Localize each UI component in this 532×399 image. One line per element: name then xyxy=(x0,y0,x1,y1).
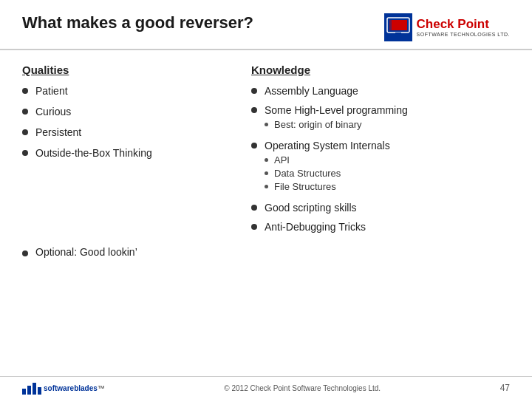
bullet-icon xyxy=(251,88,257,94)
footer-logo-light: blades xyxy=(74,384,98,392)
page-title: What makes a good reverser? xyxy=(22,13,253,33)
list-item: Curious xyxy=(22,106,236,117)
list-item: Operating System Internals API Data Stru… xyxy=(251,140,510,194)
logo-brand-name: Check Point xyxy=(417,18,510,32)
list-item: Assembly Language xyxy=(251,85,510,97)
list-item: Good scripting skills xyxy=(251,202,510,214)
knowledge-label: Some High-Level programming xyxy=(265,104,408,116)
list-item: Patient xyxy=(22,85,236,97)
quality-label: Outside-the-Box Thinking xyxy=(35,147,152,159)
list-item: API xyxy=(265,154,390,166)
qualities-column: Qualities Patient Curious Persistent Out… xyxy=(22,64,251,240)
sub-list: Best: origin of binary xyxy=(265,119,408,130)
bullet-icon xyxy=(22,109,28,115)
list-item: Data Structures xyxy=(265,168,390,179)
qualities-list: Patient Curious Persistent Outside-the-B… xyxy=(22,85,236,159)
svg-rect-1 xyxy=(389,20,407,30)
logo-icon xyxy=(384,13,412,41)
list-item: Persistent xyxy=(22,126,236,138)
knowledge-item-block: Operating System Internals API Data Stru… xyxy=(265,140,390,194)
logo-text-block: Check Point SOFTWARE TECHNOLOGIES LTD. xyxy=(417,18,510,37)
sub-bullet-icon xyxy=(265,185,268,188)
list-item: File Structures xyxy=(265,181,390,192)
sub-label: File Structures xyxy=(274,181,336,192)
list-item: Best: origin of binary xyxy=(265,119,408,130)
svg-rect-2 xyxy=(389,20,392,30)
page-footer: softwareblades™ © 2012 Check Point Softw… xyxy=(0,376,532,399)
knowledge-list: Assembly Language Some High-Level progra… xyxy=(251,85,510,233)
svg-rect-4 xyxy=(392,35,404,36)
quality-label: Patient xyxy=(35,85,68,97)
brand-logo: Check Point SOFTWARE TECHNOLOGIES LTD. xyxy=(384,13,510,41)
sub-list: API Data Structures File Structures xyxy=(265,154,390,192)
footer-page-number: 47 xyxy=(500,383,510,393)
quality-label: Curious xyxy=(35,106,71,117)
page-header: What makes a good reverser? Check Point … xyxy=(0,0,532,50)
sub-bullet-icon xyxy=(265,123,268,126)
list-item: Anti-Debugging Tricks xyxy=(251,221,510,233)
bar-1 xyxy=(22,389,26,395)
sub-label: Best: origin of binary xyxy=(274,119,362,130)
footer-copyright: © 2012 Check Point Software Technologies… xyxy=(224,384,381,392)
knowledge-column: Knowledge Assembly Language Some High-Le… xyxy=(251,64,510,240)
bullet-icon xyxy=(22,88,28,94)
main-content: Qualities Patient Curious Persistent Out… xyxy=(0,56,532,240)
optional-row: Optional: Good lookin’ xyxy=(0,240,532,258)
bullet-icon xyxy=(251,205,257,211)
qualities-title: Qualities xyxy=(22,64,236,76)
bullet-icon xyxy=(251,224,257,230)
knowledge-label: Operating System Internals xyxy=(265,140,390,151)
footer-logo: softwareblades™ xyxy=(22,381,105,395)
logo-svg-icon xyxy=(386,15,411,40)
bar-4 xyxy=(38,387,41,395)
quality-label: Persistent xyxy=(35,126,81,138)
footer-logo-text: softwareblades™ xyxy=(44,384,105,392)
bullet-icon xyxy=(22,150,28,156)
svg-rect-3 xyxy=(395,33,401,35)
knowledge-item-block: Some High-Level programming Best: origin… xyxy=(265,104,408,132)
footer-bars-icon xyxy=(22,381,41,395)
footer-logo-bold: software xyxy=(44,384,74,392)
bullet-icon xyxy=(22,129,28,135)
bullet-icon xyxy=(22,250,28,256)
knowledge-label: Assembly Language xyxy=(265,85,358,97)
optional-label: Optional: Good lookin’ xyxy=(35,246,137,258)
knowledge-title: Knowledge xyxy=(251,64,510,76)
sub-bullet-icon xyxy=(265,158,268,162)
list-item: Some High-Level programming Best: origin… xyxy=(251,104,510,132)
list-item: Outside-the-Box Thinking xyxy=(22,147,236,159)
logo-subtitle: SOFTWARE TECHNOLOGIES LTD. xyxy=(417,32,510,38)
sub-bullet-icon xyxy=(265,171,268,175)
bullet-icon xyxy=(251,143,257,149)
knowledge-label: Good scripting skills xyxy=(265,202,357,214)
bar-2 xyxy=(27,386,31,395)
sub-label: Data Structures xyxy=(274,168,341,179)
bar-3 xyxy=(33,383,36,395)
bullet-icon xyxy=(251,107,257,113)
knowledge-label: Anti-Debugging Tricks xyxy=(265,221,366,233)
sub-label: API xyxy=(274,154,290,166)
